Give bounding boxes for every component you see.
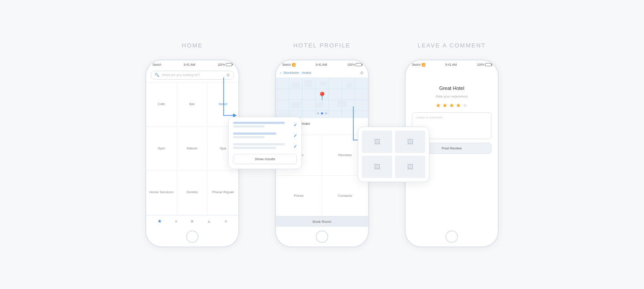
filter-bar-2a: [233, 132, 276, 135]
nav-bar-hotel: ‹ Stockholm · Hotels ⚙: [276, 68, 368, 78]
category-cafe[interactable]: Cafe: [146, 83, 177, 127]
star-5[interactable]: ★: [462, 102, 468, 109]
phone-home: Sketch 9:41 AM 100% 🔍 What are you looki…: [145, 60, 239, 247]
carrier-comment: Sketch 📶: [412, 63, 425, 67]
time-hotel: 9:41 AM: [316, 63, 327, 66]
filter-bar-3a: [233, 143, 285, 145]
star-3[interactable]: ★: [449, 102, 454, 109]
star-2[interactable]: ★: [442, 102, 448, 109]
filter-overlay: ✓ ✓ ✓ Show results: [228, 117, 302, 169]
check-icon-1: ✓: [293, 123, 297, 128]
phone-bottom-home: [146, 227, 238, 246]
carrier-hotel: Sketch 📶: [282, 63, 296, 67]
phone-bottom-comment: [406, 227, 498, 246]
svg-rect-12: [346, 83, 352, 87]
filter-icon[interactable]: ⚙: [226, 73, 230, 77]
home-button-comment[interactable]: [445, 230, 458, 243]
category-home-services[interactable]: Home Services: [146, 171, 177, 215]
image-icon-3: 🖼: [374, 163, 380, 170]
tab-triangle[interactable]: ▲: [207, 218, 212, 224]
tab-dot[interactable]: ●: [225, 218, 228, 224]
rate-label: Rate your experience: [412, 94, 491, 98]
section-title-comment: LEAVE A COMMENT: [418, 42, 486, 49]
svg-rect-11: [320, 81, 326, 85]
svg-rect-14: [315, 102, 323, 107]
time-comment: 9:41 AM: [445, 63, 457, 66]
svg-rect-15: [337, 101, 346, 107]
comment-hotel-name: Great Hotel: [412, 85, 491, 91]
category-grid: Cafe Bar Hotel Gym Nature Spa Home Servi…: [146, 82, 238, 215]
section-title-hotel: HOTEL PROFILE: [293, 42, 351, 49]
battery-hotel: 100%: [347, 63, 362, 66]
home-button-home[interactable]: [186, 230, 199, 243]
photo-grid: 🖼 🖼 🖼 🖼: [362, 131, 425, 178]
battery-comment: 100%: [477, 63, 491, 66]
svg-rect-13: [291, 102, 301, 108]
check-icon-3: ✓: [293, 144, 297, 149]
filter-row-3: ✓: [233, 143, 297, 150]
phone-bottom-hotel: [276, 227, 368, 246]
tab-square[interactable]: ■: [191, 218, 194, 224]
category-nature[interactable]: Nature: [177, 127, 208, 171]
nav-location: Stockholm · Hotels: [284, 71, 358, 75]
search-placeholder: What are you looking for?: [162, 73, 224, 77]
check-icon-2: ✓: [293, 133, 297, 138]
category-dentist[interactable]: Dentist: [177, 171, 208, 215]
map-area: 📍: [276, 78, 368, 118]
tab-circle[interactable]: ●: [175, 218, 178, 224]
battery-home: 100%: [217, 63, 232, 66]
show-results-button[interactable]: Show results: [233, 154, 297, 164]
comment-placeholder: Leave a comment: [416, 115, 443, 119]
image-icon-4: 🖼: [407, 163, 413, 170]
category-bar[interactable]: Bar: [177, 83, 208, 127]
image-icon-2: 🖼: [407, 138, 413, 145]
back-arrow[interactable]: ‹: [280, 71, 282, 75]
time-home: 9:41 AM: [184, 63, 195, 66]
svg-rect-9: [291, 82, 300, 87]
map-dots: [317, 112, 327, 115]
star-4[interactable]: ★: [456, 102, 461, 109]
nav-filter-icon[interactable]: ⚙: [360, 71, 364, 75]
photo-overlay: 🖼 🖼 🖼 🖼: [358, 127, 429, 182]
category-phone-repair[interactable]: Phone Repair: [208, 171, 238, 215]
category-gym[interactable]: Gym: [146, 127, 177, 171]
book-room-button[interactable]: Book Room: [276, 216, 368, 227]
star-1[interactable]: ★: [436, 102, 441, 109]
photo-cell-3: 🖼: [362, 156, 392, 178]
search-bar[interactable]: 🔍 What are you looking for? ⚙: [151, 71, 234, 80]
section-title-home: HOME: [182, 42, 203, 49]
search-icon: 🔍: [155, 73, 159, 77]
filter-row-1: ✓: [233, 122, 297, 129]
filter-bar-3b: [233, 147, 276, 149]
home-button-hotel[interactable]: [316, 230, 328, 243]
map-pin: 📍: [317, 91, 327, 101]
bottom-tabs-home: ★ ● ■ ▲ ●: [146, 215, 238, 227]
photo-cell-4: 🖼: [395, 156, 425, 178]
photo-cell-2: 🖼: [395, 131, 425, 153]
svg-rect-10: [305, 80, 313, 87]
status-bar-hotel: Sketch 📶 9:41 AM 100%: [276, 60, 368, 68]
filter-bar-2b: [233, 136, 265, 138]
star-rating[interactable]: ★ ★ ★ ★ ★: [412, 102, 491, 109]
image-icon-1: 🖼: [374, 138, 380, 145]
photo-cell-1: 🖼: [362, 131, 392, 153]
filter-bar-1a: [233, 122, 285, 124]
filter-bar-1b: [233, 125, 265, 128]
status-bar-comment: Sketch 📶 9:41 AM 100%: [406, 60, 498, 68]
status-bar-home: Sketch 9:41 AM 100%: [146, 60, 238, 68]
filter-row-2: ✓: [233, 132, 297, 140]
carrier-home: Sketch: [153, 63, 161, 66]
tab-prices[interactable]: Prices: [276, 176, 322, 216]
tab-star[interactable]: ★: [157, 218, 162, 224]
